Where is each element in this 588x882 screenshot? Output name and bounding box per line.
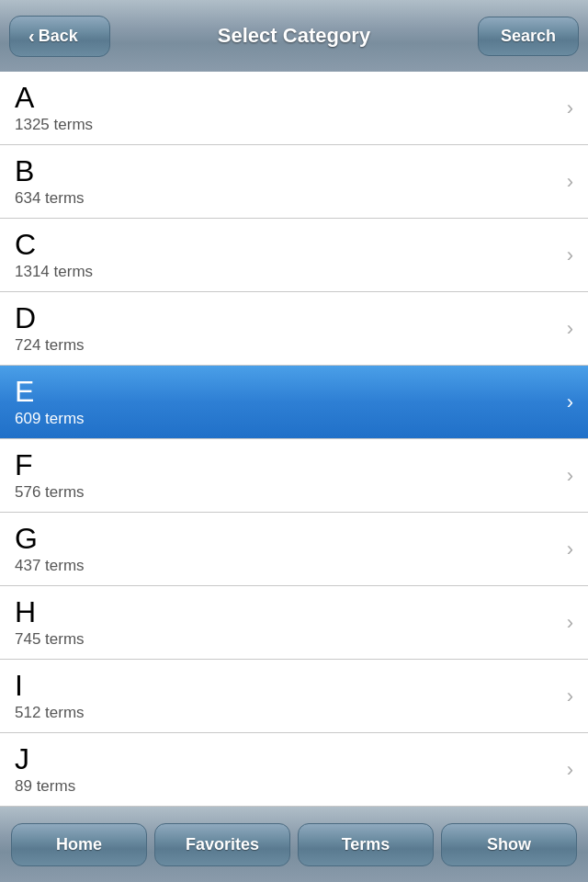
list-item-letter: G xyxy=(15,523,85,555)
back-button[interactable]: ‹ Back xyxy=(9,16,110,57)
list-item-count: 1314 terms xyxy=(15,263,93,281)
chevron-right-icon: › xyxy=(567,170,573,194)
chevron-right-icon: › xyxy=(567,464,573,488)
list-item-count: 437 terms xyxy=(15,557,85,575)
list-item-content: F576 terms xyxy=(15,449,85,502)
list-item-content: D724 terms xyxy=(15,302,85,355)
chevron-right-icon: › xyxy=(567,390,573,414)
list-item[interactable]: C1314 terms› xyxy=(0,219,588,292)
list-item-count: 609 terms xyxy=(15,410,85,428)
list-item-content: E609 terms xyxy=(15,376,85,428)
list-item-content: G437 terms xyxy=(15,523,85,575)
list-item-letter: J xyxy=(15,743,75,775)
tab-show[interactable]: Show xyxy=(441,823,577,866)
list-item-letter: E xyxy=(15,376,85,408)
list-item[interactable]: F576 terms› xyxy=(0,439,588,513)
list-item-content: I512 terms xyxy=(15,670,85,722)
list-item-content: H745 terms xyxy=(15,596,85,649)
search-label: Search xyxy=(501,27,556,45)
tab-favorites[interactable]: Favorites xyxy=(154,823,290,866)
chevron-right-icon: › xyxy=(567,317,573,341)
list-item-letter: I xyxy=(15,670,85,702)
chevron-right-icon: › xyxy=(567,758,573,782)
list-item[interactable]: B634 terms› xyxy=(0,145,588,219)
list-item-letter: C xyxy=(15,229,93,261)
list-item[interactable]: A1325 terms› xyxy=(0,72,588,145)
list-item[interactable]: I512 terms› xyxy=(0,660,588,733)
list-item[interactable]: G437 terms› xyxy=(0,513,588,586)
nav-bar: ‹ Back Select Category Search xyxy=(0,0,588,72)
list-item[interactable]: E609 terms› xyxy=(0,366,588,439)
list-item-count: 512 terms xyxy=(15,704,85,722)
list-item-count: 745 terms xyxy=(15,630,85,649)
list-item-count: 89 terms xyxy=(15,777,75,796)
search-button[interactable]: Search xyxy=(478,17,579,56)
list-item-count: 1325 terms xyxy=(15,116,93,134)
list-item-letter: H xyxy=(15,596,85,628)
list-item-content: C1314 terms xyxy=(15,229,93,281)
list-item[interactable]: J89 terms› xyxy=(0,733,588,807)
list-item-count: 724 terms xyxy=(15,336,85,355)
list-item[interactable]: D724 terms› xyxy=(0,292,588,366)
nav-title: Select Category xyxy=(218,24,370,48)
chevron-right-icon: › xyxy=(567,96,573,120)
category-list: A1325 terms›B634 terms›C1314 terms›D724 … xyxy=(0,72,588,807)
list-item[interactable]: H745 terms› xyxy=(0,586,588,660)
tab-home[interactable]: Home xyxy=(11,823,147,866)
chevron-right-icon: › xyxy=(567,611,573,635)
list-item-letter: A xyxy=(15,82,93,114)
chevron-right-icon: › xyxy=(567,243,573,267)
list-item-letter: D xyxy=(15,302,85,334)
list-item-count: 634 terms xyxy=(15,189,85,208)
back-arrow-icon: ‹ xyxy=(28,26,35,47)
list-item-letter: F xyxy=(15,449,85,481)
list-item-content: J89 terms xyxy=(15,743,75,796)
chevron-right-icon: › xyxy=(567,537,573,561)
list-item-count: 576 terms xyxy=(15,483,85,502)
back-label: Back xyxy=(39,27,78,46)
tab-bar: HomeFavoritesTermsShow xyxy=(0,807,588,882)
list-item-content: A1325 terms xyxy=(15,82,93,134)
chevron-right-icon: › xyxy=(567,684,573,708)
list-item-content: B634 terms xyxy=(15,155,85,208)
tab-terms[interactable]: Terms xyxy=(298,823,434,866)
list-item-letter: B xyxy=(15,155,85,187)
